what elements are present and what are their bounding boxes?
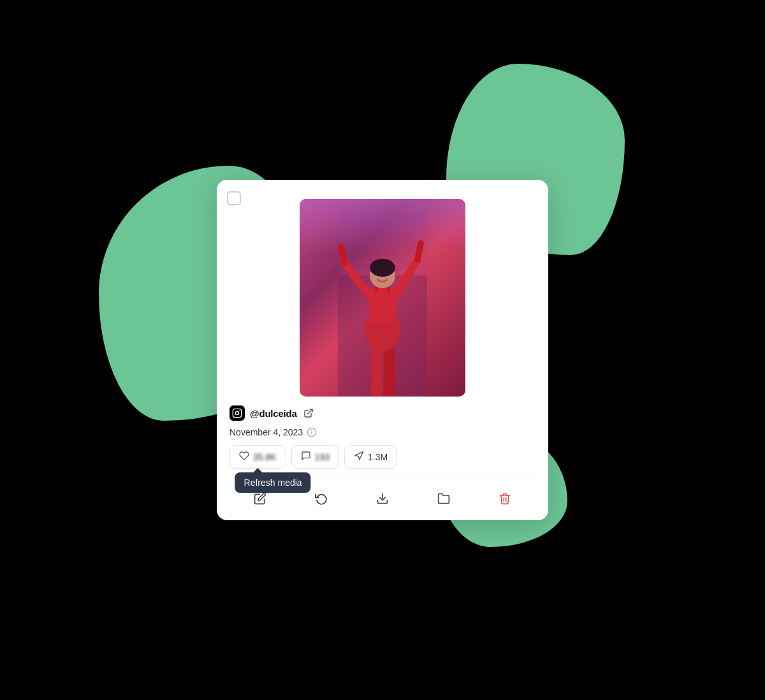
comments-value: 193 bbox=[315, 452, 330, 462]
instagram-platform-icon bbox=[229, 405, 245, 421]
likes-value: 35.8K bbox=[253, 452, 277, 462]
refresh-icon bbox=[315, 492, 328, 505]
post-card: @dulceida November 4, 2023 bbox=[217, 180, 548, 520]
heart-icon bbox=[239, 451, 249, 463]
stat-comments[interactable]: 193 bbox=[291, 445, 339, 469]
author-handle[interactable]: @dulceida bbox=[250, 408, 297, 419]
folder-button[interactable] bbox=[432, 487, 455, 510]
post-date: November 4, 2023 bbox=[229, 427, 303, 437]
svg-rect-13 bbox=[338, 212, 427, 397]
svg-point-16 bbox=[239, 411, 240, 411]
actions-section bbox=[217, 478, 548, 520]
reach-value: 1.3M bbox=[368, 452, 388, 462]
select-checkbox[interactable] bbox=[227, 191, 241, 205]
svg-rect-14 bbox=[233, 409, 241, 417]
info-icon[interactable] bbox=[307, 427, 317, 437]
pencil-icon bbox=[254, 492, 266, 505]
comment-icon bbox=[301, 451, 311, 463]
person-figure bbox=[338, 212, 427, 397]
refresh-button[interactable] bbox=[310, 487, 333, 510]
post-image bbox=[300, 199, 465, 397]
svg-point-15 bbox=[235, 411, 238, 414]
delete-button[interactable] bbox=[493, 487, 516, 510]
svg-line-17 bbox=[307, 409, 312, 414]
folder-icon bbox=[437, 492, 450, 505]
edit-button[interactable] bbox=[249, 487, 272, 510]
download-button[interactable] bbox=[371, 487, 394, 510]
post-image-wrapper bbox=[217, 199, 548, 397]
stats-section: 35.8K Refresh media 193 bbox=[217, 445, 548, 478]
trash-icon bbox=[499, 492, 511, 505]
megaphone-icon bbox=[354, 451, 364, 463]
stat-reach[interactable]: 1.3M bbox=[344, 445, 397, 469]
external-link-icon[interactable] bbox=[303, 408, 314, 418]
author-section: @dulceida bbox=[217, 397, 548, 426]
stat-likes[interactable]: 35.8K Refresh media bbox=[229, 445, 286, 469]
date-section: November 4, 2023 bbox=[217, 426, 548, 445]
download-icon bbox=[376, 492, 389, 505]
